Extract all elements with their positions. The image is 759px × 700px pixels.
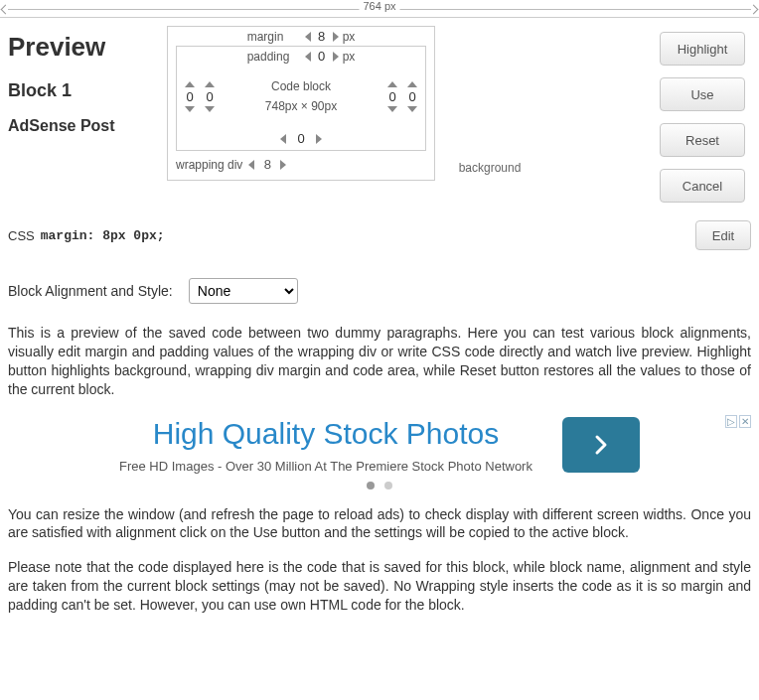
padding-top-value: 0 xyxy=(315,49,329,64)
margin-bottom-increase[interactable] xyxy=(280,160,286,170)
padding-top-decrease[interactable] xyxy=(305,52,311,62)
highlight-button[interactable]: Highlight xyxy=(660,32,745,66)
ad-subtext: Free HD Images - Over 30 Million At The … xyxy=(119,459,532,474)
padding-right-decrease[interactable] xyxy=(387,106,397,112)
padding-top-increase[interactable] xyxy=(333,52,339,62)
paragraph-intro: This is a preview of the saved code betw… xyxy=(0,316,759,407)
margin-label: margin xyxy=(247,30,301,44)
width-ruler: 764 px xyxy=(0,0,759,18)
margin-left-decrease[interactable] xyxy=(185,106,195,112)
code-block-label: Code block xyxy=(217,79,385,93)
css-label: CSS xyxy=(8,228,35,243)
ad-pagination xyxy=(0,482,759,490)
use-button[interactable]: Use xyxy=(660,77,745,111)
cancel-button[interactable]: Cancel xyxy=(660,169,745,203)
margin-left-increase[interactable] xyxy=(185,81,195,87)
code-block-size: 748px × 90px xyxy=(217,99,385,113)
ad-dot-2[interactable] xyxy=(384,482,392,490)
preview-heading: Preview xyxy=(8,32,167,63)
reset-button[interactable]: Reset xyxy=(660,123,745,157)
margin-top-decrease[interactable] xyxy=(305,32,311,42)
alignment-label: Block Alignment and Style: xyxy=(8,283,173,299)
edit-button[interactable]: Edit xyxy=(695,220,751,250)
padding-right-value: 0 xyxy=(385,89,399,104)
paragraph-resize: You can resize the window (and refresh t… xyxy=(0,497,759,551)
css-value: margin: 8px 0px; xyxy=(41,228,165,243)
ad-block: ▷✕ High Quality Stock Photos Free HD Ima… xyxy=(8,417,751,474)
paragraph-note: Please note that the code displayed here… xyxy=(0,550,759,623)
margin-left-value: 0 xyxy=(183,89,197,104)
margin-right-increase[interactable] xyxy=(407,81,417,87)
margin-right-value: 0 xyxy=(405,89,419,104)
padding-bottom-increase[interactable] xyxy=(316,134,322,144)
box-model-editor: margin 8 px padding 0 px xyxy=(167,26,435,181)
margin-bottom-value: 8 xyxy=(260,157,274,172)
wrapping-div-label: wrapping div xyxy=(176,158,242,172)
margin-bottom-decrease[interactable] xyxy=(248,160,254,170)
ad-dot-1[interactable] xyxy=(367,482,375,490)
ad-cta-button[interactable] xyxy=(562,417,640,473)
margin-top-value: 8 xyxy=(315,29,329,44)
margin-top-increase[interactable] xyxy=(333,32,339,42)
alignment-select[interactable]: None xyxy=(189,278,298,304)
block-name: AdSense Post xyxy=(8,117,167,135)
background-label: background xyxy=(445,161,534,175)
padding-left-decrease[interactable] xyxy=(205,106,215,112)
padding-label: padding xyxy=(247,50,301,64)
padding-right-increase[interactable] xyxy=(387,81,397,87)
ruler-width-label: 764 px xyxy=(359,0,399,12)
block-number: Block 1 xyxy=(8,80,167,101)
margin-right-decrease[interactable] xyxy=(407,106,417,112)
padding-left-value: 0 xyxy=(203,89,217,104)
padding-bottom-value: 0 xyxy=(294,131,308,146)
padding-bottom-decrease[interactable] xyxy=(280,134,286,144)
chevron-right-icon xyxy=(589,433,613,457)
adchoices-icon[interactable]: ▷✕ xyxy=(725,415,751,428)
ad-headline[interactable]: High Quality Stock Photos xyxy=(119,417,532,451)
padding-left-increase[interactable] xyxy=(205,81,215,87)
